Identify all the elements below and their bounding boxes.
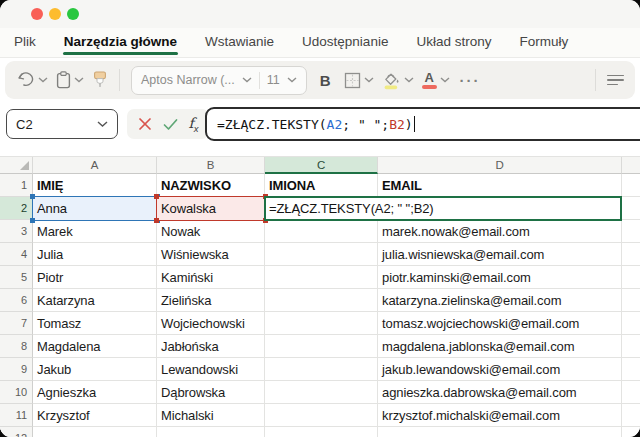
cell[interactable] [622,312,640,335]
cell[interactable]: krzysztof.michalski@email.com [378,404,622,427]
cell[interactable]: Lewandowski [157,358,265,381]
row-header[interactable]: 1 [0,174,33,197]
column-header-e[interactable] [622,157,640,174]
row-header[interactable]: 2 [0,197,33,220]
column-header-a[interactable]: A [33,157,157,174]
cell[interactable] [622,289,640,312]
chevron-down-icon[interactable] [242,77,252,83]
cancel-icon[interactable] [138,117,152,131]
cell[interactable]: Katarzyna [33,289,157,312]
fill-color-button[interactable] [382,71,414,90]
cell[interactable]: marek.nowak@email.com [378,220,622,243]
cell[interactable] [622,381,640,404]
alignment-button[interactable] [607,75,624,86]
cell[interactable]: julia.wisniewska@email.com [378,243,622,266]
chevron-down-icon[interactable] [364,77,374,83]
cell[interactable] [265,289,378,312]
formula-input[interactable]: =ZŁĄCZ.TEKSTY(A2; " ";B2) [205,107,640,141]
cell[interactable]: Marek [33,220,157,243]
insert-function-icon[interactable]: fx [189,115,199,134]
cell[interactable]: IMIONA [265,174,378,197]
zoom-window-button[interactable] [67,8,79,20]
tab-2[interactable]: Wstawianie [205,28,274,56]
bold-button[interactable]: B [320,72,331,89]
format-painter-button[interactable] [92,71,108,89]
cell[interactable]: piotr.kaminski@email.com [378,266,622,289]
cell[interactable] [265,381,378,404]
row-header[interactable]: 12 [0,427,33,437]
cell[interactable]: Wojciechowski [157,312,265,335]
cell[interactable] [622,358,640,381]
row-header[interactable]: 6 [0,289,33,312]
row-header[interactable]: 7 [0,312,33,335]
cell[interactable] [265,220,378,243]
select-all-corner[interactable] [0,157,33,174]
active-cell-c2-editing[interactable]: =ZŁĄCZ.TEKSTY(A2; " ";B2) [264,196,622,221]
cell[interactable] [622,404,640,427]
cell[interactable]: Wiśniewska [157,243,265,266]
referenced-cell-a2[interactable]: Anna [32,196,158,221]
cell[interactable] [622,220,640,243]
cell[interactable] [622,197,640,220]
cell[interactable]: Tomasz [33,312,157,335]
cell[interactable]: Michalski [157,404,265,427]
cell[interactable] [622,174,640,197]
cell[interactable]: EMAIL [378,174,622,197]
cell[interactable] [622,266,640,289]
cell[interactable]: magdalena.jablonska@email.com [378,335,622,358]
cell[interactable] [265,266,378,289]
font-size-select[interactable]: 11 [267,73,280,87]
close-window-button[interactable] [31,8,43,20]
cell[interactable]: Dąbrowska [157,381,265,404]
cell[interactable]: jakub.lewandowski@email.com [378,358,622,381]
cell[interactable]: tomasz.wojciechowski@email.com [378,312,622,335]
cell[interactable] [265,358,378,381]
chevron-down-icon[interactable] [287,77,297,83]
cell[interactable]: Piotr [33,266,157,289]
column-header-c[interactable]: C [265,157,378,174]
cell[interactable] [265,335,378,358]
enter-check-icon[interactable] [163,118,178,131]
cell[interactable]: katarzyna.zielinska@email.com [378,289,622,312]
cell[interactable] [265,404,378,427]
undo-button[interactable] [16,72,48,89]
row-header[interactable]: 4 [0,243,33,266]
referenced-cell-b2[interactable]: Kowalska [156,196,266,221]
cell[interactable]: Jakub [33,358,157,381]
tab-0[interactable]: Plik [14,28,36,56]
tab-3[interactable]: Udostępnianie [302,28,388,56]
cell[interactable]: Kamiński [157,266,265,289]
column-header-d[interactable]: D [378,157,622,174]
row-header[interactable]: 5 [0,266,33,289]
cell[interactable] [33,427,157,437]
chevron-down-icon[interactable] [404,77,414,83]
cell[interactable]: Nowak [157,220,265,243]
column-header-b[interactable]: B [157,157,265,174]
minimize-window-button[interactable] [49,8,61,20]
cell[interactable] [378,427,622,437]
chevron-down-icon[interactable] [74,77,84,83]
row-header[interactable]: 11 [0,404,33,427]
cell[interactable]: Agnieszka [33,381,157,404]
row-header[interactable]: 9 [0,358,33,381]
tab-5[interactable]: Formuły [519,28,568,56]
paste-button[interactable] [56,71,84,89]
cell[interactable] [265,243,378,266]
row-header[interactable]: 10 [0,381,33,404]
cell[interactable] [265,312,378,335]
cell[interactable]: IMIĘ [33,174,157,197]
cell[interactable]: NAZWISKO [157,174,265,197]
cell[interactable] [157,427,265,437]
cell[interactable] [622,243,640,266]
row-header[interactable]: 3 [0,220,33,243]
cell[interactable]: Krzysztof [33,404,157,427]
cell[interactable] [622,427,640,437]
chevron-down-icon[interactable] [97,121,108,128]
cell[interactable]: agnieszka.dabrowska@email.com [378,381,622,404]
tab-1[interactable]: Narzędzia główne [64,28,177,56]
chevron-down-icon[interactable] [440,77,450,83]
more-options-button[interactable]: ··· [460,72,481,89]
cell[interactable] [265,427,378,437]
font-color-button[interactable]: A [422,72,450,89]
cell[interactable]: Zielińska [157,289,265,312]
